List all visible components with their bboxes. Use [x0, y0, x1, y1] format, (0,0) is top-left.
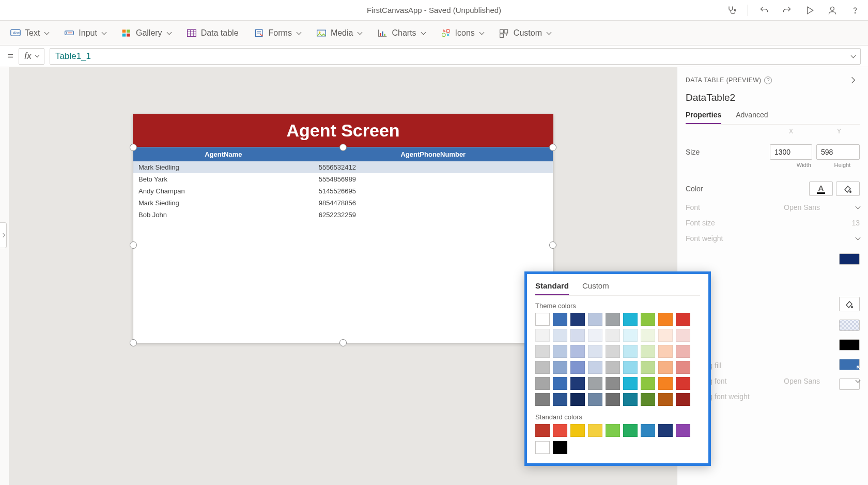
color-swatch[interactable] — [623, 361, 638, 374]
color-swatch[interactable] — [535, 377, 550, 390]
expand-tree-button[interactable] — [0, 222, 7, 248]
ribbon-forms[interactable]: Forms — [254, 28, 301, 38]
table-row[interactable]: Beto Yark5554856989 — [133, 173, 553, 185]
color-swatch[interactable] — [641, 313, 655, 326]
color-swatch[interactable] — [676, 361, 690, 374]
color-swatch[interactable] — [641, 377, 655, 390]
color-swatch[interactable] — [535, 424, 550, 437]
color-swatch[interactable] — [588, 361, 602, 374]
color-swatch[interactable] — [606, 377, 620, 390]
resize-handle[interactable] — [549, 144, 556, 151]
color-swatch[interactable] — [658, 345, 673, 358]
ribbon-icons[interactable]: Icons — [441, 28, 484, 38]
color-swatch[interactable] — [676, 345, 690, 358]
resize-handle[interactable] — [339, 339, 347, 346]
resize-handle[interactable] — [339, 144, 347, 151]
resize-handle[interactable] — [130, 144, 137, 151]
user-icon[interactable] — [826, 4, 839, 17]
color-swatch[interactable] — [641, 361, 655, 374]
color-swatch[interactable] — [623, 313, 638, 326]
color-swatch[interactable] — [570, 393, 585, 406]
color-swatch[interactable] — [623, 377, 638, 390]
ribbon-media[interactable]: Media — [316, 28, 362, 38]
ribbon-gallery[interactable]: Gallery — [121, 28, 171, 38]
height-input[interactable] — [816, 144, 860, 160]
color-swatch[interactable] — [553, 377, 567, 390]
color-swatch[interactable] — [570, 329, 585, 342]
chevron-down-icon[interactable] — [856, 235, 861, 240]
ribbon-custom[interactable]: + Custom — [499, 28, 551, 38]
table-row[interactable]: Bob John6252232259 — [133, 209, 553, 221]
color-swatch[interactable] — [606, 329, 620, 342]
color-swatch[interactable] — [606, 393, 620, 406]
color-swatch[interactable] — [658, 393, 673, 406]
color-swatch[interactable] — [570, 361, 585, 374]
color-swatch[interactable] — [553, 345, 567, 358]
resize-handle[interactable] — [130, 339, 137, 346]
fx-button[interactable]: fx — [19, 48, 44, 65]
color-swatch[interactable] — [839, 253, 860, 265]
color-swatch[interactable] — [641, 393, 655, 406]
color-swatch[interactable] — [553, 329, 567, 342]
color-swatch[interactable] — [570, 313, 585, 326]
color-swatch[interactable] — [676, 377, 690, 390]
canvas-screen[interactable]: Agent Screen AgentName AgentPhoneNumber … — [133, 114, 553, 343]
color-swatch[interactable] — [535, 329, 550, 342]
color-swatch[interactable] — [623, 393, 638, 406]
color-swatch[interactable] — [588, 393, 602, 406]
tab-advanced[interactable]: Advanced — [736, 111, 768, 124]
ribbon-charts[interactable]: Charts — [377, 28, 425, 38]
font-color-button[interactable]: A — [809, 181, 833, 196]
color-swatch[interactable] — [553, 424, 567, 437]
color-swatch[interactable] — [570, 377, 585, 390]
fill-color-button[interactable] — [836, 181, 860, 196]
ribbon-text[interactable]: Abc Text — [10, 28, 49, 38]
ribbon-datatable[interactable]: Data table — [187, 28, 239, 38]
colorpicker-tab-custom[interactable]: Custom — [582, 281, 609, 295]
table-row[interactable]: Andy Champan5145526695 — [133, 185, 553, 197]
colorpicker-tab-standard[interactable]: Standard — [535, 281, 569, 295]
color-swatch[interactable] — [623, 345, 638, 358]
ribbon-input[interactable]: Input — [64, 28, 106, 38]
help-icon[interactable]: ? — [764, 77, 772, 84]
color-swatch[interactable] — [588, 345, 602, 358]
color-swatch[interactable] — [606, 345, 620, 358]
color-swatch[interactable] — [535, 313, 550, 326]
color-swatch[interactable] — [641, 329, 655, 342]
color-swatch[interactable] — [658, 424, 673, 437]
stethoscope-icon[interactable] — [725, 4, 738, 17]
color-swatch[interactable] — [606, 361, 620, 374]
redo-icon[interactable] — [780, 4, 794, 17]
color-swatch[interactable] — [606, 313, 620, 326]
color-swatch[interactable] — [676, 393, 690, 406]
table-row[interactable]: Mark Siedling5556532412 — [133, 161, 553, 173]
color-swatch[interactable] — [588, 313, 602, 326]
color-swatch[interactable] — [676, 424, 690, 437]
color-swatch[interactable] — [658, 329, 673, 342]
resize-handle[interactable] — [130, 241, 137, 249]
data-table-control[interactable]: AgentName AgentPhoneNumber Mark Siedling… — [133, 147, 553, 343]
column-header[interactable]: AgentPhoneNumber — [314, 147, 553, 161]
color-swatch[interactable] — [553, 393, 567, 406]
color-swatch[interactable] — [570, 424, 585, 437]
width-input[interactable] — [770, 144, 812, 160]
chevron-down-icon[interactable] — [856, 204, 861, 209]
color-swatch[interactable] — [676, 313, 690, 326]
color-swatch[interactable] — [641, 345, 655, 358]
color-swatch[interactable] — [588, 329, 602, 342]
play-icon[interactable] — [803, 4, 816, 17]
column-header[interactable]: AgentName — [133, 147, 314, 161]
color-swatch[interactable] — [535, 361, 550, 374]
color-swatch[interactable] — [535, 345, 550, 358]
tab-properties[interactable]: Properties — [686, 111, 721, 124]
chevron-right-icon[interactable] — [846, 73, 860, 87]
undo-icon[interactable] — [757, 4, 771, 17]
color-swatch[interactable] — [839, 320, 860, 331]
color-swatch[interactable] — [658, 313, 673, 326]
table-row[interactable]: Mark Siedling9854478856 — [133, 197, 553, 209]
color-swatch[interactable] — [570, 345, 585, 358]
color-swatch[interactable] — [606, 424, 620, 437]
color-swatch[interactable] — [553, 441, 567, 454]
color-swatch[interactable] — [658, 377, 673, 390]
color-swatch[interactable] — [535, 393, 550, 406]
